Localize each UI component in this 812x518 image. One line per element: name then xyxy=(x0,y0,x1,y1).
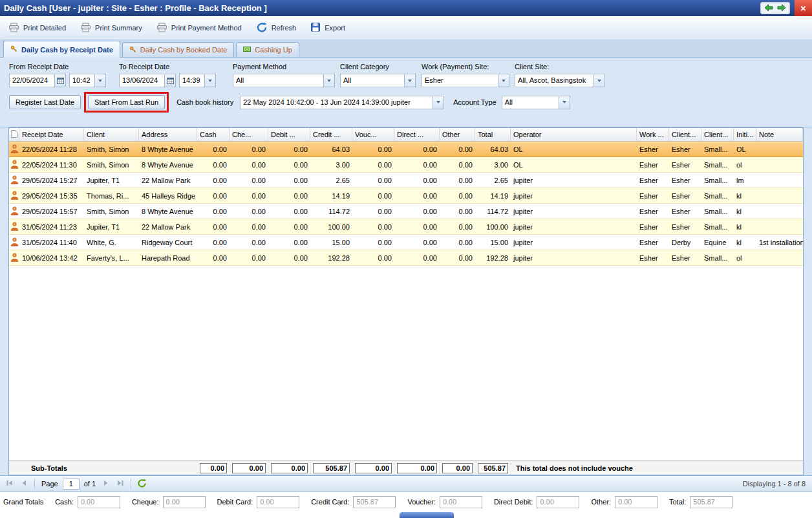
background-window-fragment[interactable] xyxy=(400,512,454,518)
grid-cell: 0.00 xyxy=(440,250,475,266)
grid-cell: 0.00 xyxy=(230,204,268,219)
from-date-field[interactable]: 22/05/2024 xyxy=(9,74,66,87)
displaying-status: Displaying 1 - 8 of 8 xyxy=(743,480,808,488)
grid-cell: 0.00 xyxy=(394,250,440,266)
other-label: Other: xyxy=(591,498,611,506)
column-header[interactable]: Address xyxy=(139,128,197,142)
page-number-input[interactable] xyxy=(63,479,80,490)
calendar-icon[interactable] xyxy=(54,74,65,87)
chevron-down-icon[interactable] xyxy=(593,74,604,87)
print-summary-label: Print Summary xyxy=(95,24,142,32)
column-header[interactable]: Client... xyxy=(701,128,734,142)
to-time-combo[interactable]: 14:39 xyxy=(179,74,216,87)
from-receipt-date-label: From Receipt Date xyxy=(9,63,106,74)
client-record-icon xyxy=(9,157,19,173)
column-header[interactable]: Initi... xyxy=(734,128,756,142)
chevron-down-icon[interactable] xyxy=(433,96,443,109)
close-button[interactable]: × xyxy=(795,0,812,16)
grid-cell: 0.00 xyxy=(440,173,475,188)
refresh-label: Refresh xyxy=(272,24,297,32)
calendar-icon[interactable] xyxy=(164,74,175,87)
filter-panel: From Receipt Date 22/05/2024 10:42 To Re… xyxy=(0,58,812,127)
record-icon-column-header[interactable] xyxy=(9,128,19,142)
grid-cell: jupiter xyxy=(511,219,637,235)
print-payment-method-button[interactable]: Print Payment Method xyxy=(153,21,245,36)
forward-button[interactable] xyxy=(777,4,786,13)
work-site-combo[interactable]: Esher xyxy=(422,74,509,87)
start-from-last-run-button[interactable]: Start From Last Run xyxy=(88,95,165,109)
to-date-field[interactable]: 13/06/2024 xyxy=(119,74,176,87)
column-header[interactable]: Note xyxy=(756,128,803,142)
column-header[interactable]: Debit ... xyxy=(268,128,310,142)
back-button[interactable] xyxy=(764,4,773,13)
column-header[interactable]: Operator xyxy=(511,128,637,142)
column-header[interactable]: Che... xyxy=(230,128,268,142)
grid-row[interactable]: 22/05/2024 11:28Smith, Simon8 Whyte Aven… xyxy=(9,142,803,157)
column-header[interactable]: Client... xyxy=(669,128,701,142)
grand-total-other: Other: 0.00 xyxy=(591,496,657,508)
last-page-button[interactable] xyxy=(114,478,126,490)
column-header[interactable]: Work ... xyxy=(637,128,669,142)
prev-page-button[interactable] xyxy=(18,478,30,490)
credit-card-label: Credit Card: xyxy=(311,498,349,506)
grid-row[interactable]: 29/05/2024 15:35Thomas, Ri...45 Halleys … xyxy=(9,188,803,204)
next-page-button[interactable] xyxy=(100,478,112,490)
from-date-value: 22/05/2024 xyxy=(10,74,54,87)
from-time-combo[interactable]: 10:42 xyxy=(69,74,106,87)
chevron-down-icon[interactable] xyxy=(94,74,105,87)
first-page-button[interactable] xyxy=(4,478,16,490)
column-header[interactable]: Cash xyxy=(197,128,230,142)
export-button[interactable]: Export xyxy=(307,20,348,36)
grid-cell: ol xyxy=(734,250,756,266)
back-arrow-icon xyxy=(764,4,773,13)
chevron-down-icon[interactable] xyxy=(204,74,215,87)
subtotal-value: 0.00 xyxy=(397,463,437,473)
column-header[interactable]: Vouc... xyxy=(352,128,394,142)
grid-row[interactable]: 31/05/2024 11:23Jupiter, T122 Mallow Par… xyxy=(9,219,803,235)
column-header[interactable]: Total xyxy=(475,128,511,142)
client-record-icon xyxy=(9,188,19,204)
grid-row[interactable]: 10/06/2024 13:42Faverty's, L...Harepath … xyxy=(9,250,803,266)
refresh-grid-button[interactable] xyxy=(136,478,147,490)
paging-toolbar: Page of 1 Displaying 1 - 8 of 8 xyxy=(0,475,812,492)
grid-cell: Jupiter, T1 xyxy=(84,219,139,235)
column-header[interactable]: Receipt Date xyxy=(19,128,84,142)
chevron-down-icon[interactable] xyxy=(559,96,570,109)
grid-cell: 15.00 xyxy=(475,235,511,250)
tab-daily-cash-by-receipt-date[interactable]: Daily Cash by Receipt Date xyxy=(3,41,120,58)
debit-card-total-box: 0.00 xyxy=(257,496,299,508)
print-summary-button[interactable]: Print Summary xyxy=(77,21,145,36)
tab-daily-cash-by-booked-date[interactable]: Daily Cash by Booked Date xyxy=(122,42,235,57)
register-last-date-button[interactable]: Register Last Date xyxy=(9,95,81,109)
payment-method-combo[interactable]: All xyxy=(233,74,335,87)
column-header[interactable]: Credit ... xyxy=(310,128,352,142)
subtotals-row: Sub-Totals0.000.000.00505.870.000.000.00… xyxy=(9,461,803,475)
client-site-combo[interactable]: All, Ascot, Basingstok xyxy=(515,74,605,87)
grid-cell: 0.00 xyxy=(394,142,440,157)
column-header[interactable]: Client xyxy=(84,128,139,142)
chevron-down-icon[interactable] xyxy=(323,74,334,87)
column-header[interactable]: Other xyxy=(440,128,475,142)
grid-row[interactable]: 29/05/2024 15:27Jupiter, T122 Mallow Par… xyxy=(9,173,803,188)
column-header[interactable]: Direct ... xyxy=(394,128,440,142)
grid-row[interactable]: 29/05/2024 15:57Smith, Simon8 Whyte Aven… xyxy=(9,204,803,219)
titlebar: Daily Cash [User - jupiter : Site - Eshe… xyxy=(0,0,812,16)
client-category-combo[interactable]: All xyxy=(340,74,416,87)
grid-cell: lm xyxy=(734,173,756,188)
debit-card-label: Debit Card: xyxy=(217,498,253,506)
payment-method-label: Payment Method xyxy=(233,63,335,74)
tab-cashing-up[interactable]: Cashing Up xyxy=(236,42,299,57)
grand-total-cheque: Cheque: 0.00 xyxy=(132,496,206,508)
chevron-down-icon[interactable] xyxy=(404,74,415,87)
refresh-button[interactable]: Refresh xyxy=(253,20,300,36)
grid-cell: Small... xyxy=(701,219,734,235)
print-detailed-button[interactable]: Print Detailed xyxy=(5,21,69,36)
cash-book-history-combo[interactable]: 22 May 2024 10:42:00 - 13 Jun 2024 14:39… xyxy=(240,96,444,109)
chevron-down-icon[interactable] xyxy=(498,74,509,87)
grid-cell: Derby xyxy=(669,235,701,250)
grid-row[interactable]: 31/05/2024 11:40White, G.Ridgeway Court0… xyxy=(9,235,803,250)
subtotal-value: 0.00 xyxy=(271,463,308,473)
account-type-combo[interactable]: All xyxy=(502,96,570,109)
grid-row[interactable]: 22/05/2024 11:30Smith, Simon8 Whyte Aven… xyxy=(9,157,803,173)
grid-cell: Smith, Simon xyxy=(84,204,139,219)
